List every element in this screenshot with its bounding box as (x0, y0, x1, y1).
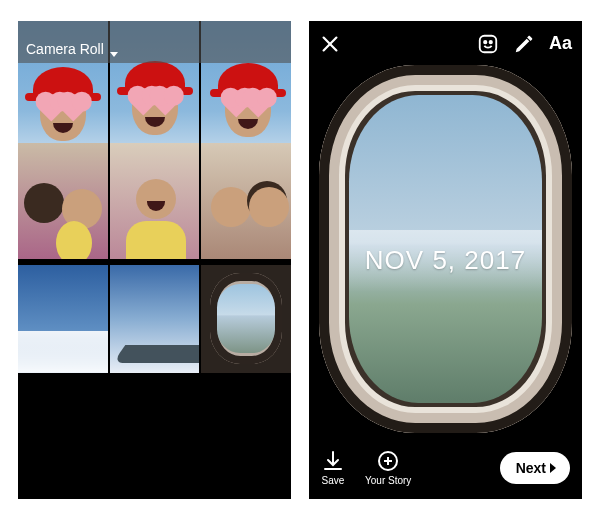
camera-roll-header[interactable]: Camera Roll (18, 21, 291, 63)
story-editor-screen: NOV 5, 2017 (309, 21, 582, 499)
svg-point-4 (490, 40, 492, 42)
add-story-icon (376, 449, 400, 473)
chevron-down-icon (110, 52, 118, 57)
date-sticker[interactable]: NOV 5, 2017 (309, 245, 582, 276)
sticker-icon[interactable] (477, 33, 499, 55)
photo-thumbnail[interactable] (110, 143, 200, 259)
next-label: Next (516, 460, 546, 476)
photo-thumbnail[interactable] (201, 143, 291, 259)
close-icon[interactable] (319, 33, 341, 55)
your-story-label: Your Story (365, 475, 411, 486)
save-button[interactable]: Save (321, 449, 345, 486)
photo-thumbnail[interactable] (110, 265, 200, 373)
text-tool-icon[interactable]: Aa (549, 33, 572, 54)
chevron-right-icon (550, 463, 556, 473)
svg-point-3 (484, 40, 486, 42)
editor-top-bar: Aa (309, 21, 582, 67)
save-label: Save (322, 475, 345, 486)
camera-roll-title: Camera Roll (26, 41, 104, 57)
next-button[interactable]: Next (500, 452, 570, 484)
photo-thumbnail[interactable] (18, 143, 108, 259)
camera-roll-grid (18, 21, 291, 385)
camera-roll-screen: Camera Roll (18, 21, 291, 499)
download-icon (321, 449, 345, 473)
photo-thumbnail[interactable] (18, 265, 108, 373)
svg-rect-2 (480, 35, 497, 52)
draw-icon[interactable] (513, 33, 535, 55)
your-story-button[interactable]: Your Story (365, 449, 411, 486)
photo-thumbnail[interactable] (201, 265, 291, 373)
editor-bottom-bar: Save Your Story Next (309, 437, 582, 499)
